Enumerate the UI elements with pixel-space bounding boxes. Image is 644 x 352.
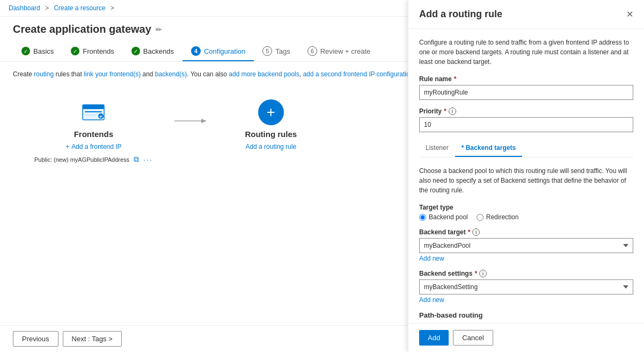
step-configuration[interactable]: 4 Configuration [182, 42, 254, 61]
panel-title: Add a routing rule [419, 9, 502, 20]
rule-name-group: Rule name * [419, 75, 633, 100]
bottom-bar: Previous Next : Tags > [0, 325, 408, 339]
frontends-label: Frontends [74, 130, 113, 139]
backend-target-required: * [468, 228, 471, 236]
copy-icon[interactable]: ⧉ [134, 155, 139, 164]
more-icon[interactable]: ··· [143, 155, 153, 164]
radio-backend-pool-input[interactable] [419, 214, 426, 221]
add-routing-link[interactable]: Add a routing rule [245, 143, 296, 150]
step-configuration-label: Configuration [204, 47, 245, 55]
backend-settings-group: Backend settings * i myBackendSetting Ad… [419, 270, 633, 304]
backend-settings-add-new[interactable]: Add new [419, 296, 633, 304]
backend-settings-required: * [474, 270, 477, 277]
link-add-pools[interactable]: add more backend pools [229, 70, 299, 78]
path-routing-title: Path-based routing [419, 311, 633, 319]
step-tags[interactable]: 5 Tags [254, 42, 298, 61]
backend-targets-desc: Choose a backend pool to which this rout… [419, 166, 633, 195]
priority-group: Priority * i [419, 107, 633, 132]
breadcrumb-sep1: > [45, 4, 49, 12]
svg-rect-2 [85, 111, 102, 112]
priority-label: Priority * i [419, 107, 633, 115]
step-configuration-circle: 4 [191, 46, 201, 56]
priority-input[interactable] [419, 117, 633, 132]
backend-target-info-icon[interactable]: i [472, 228, 480, 236]
step-backends-check: ✓ [131, 47, 140, 55]
panel-tabs: Listener * Backend targets [419, 140, 633, 157]
add-frontend-link[interactable]: + Add a frontend IP [65, 143, 121, 150]
backend-target-label: Backend target * i [419, 228, 633, 236]
panel-description: Configure a routing rule to send traffic… [419, 38, 633, 67]
backend-target-group: Backend target * i myBackendPool Add new [419, 228, 633, 262]
required-marker: * [454, 75, 457, 83]
routing-label: Routing rules [245, 130, 297, 139]
step-tags-circle: 5 [262, 46, 272, 56]
link-backend[interactable]: backend(s) [155, 70, 187, 78]
rule-name-label: Rule name * [419, 75, 633, 83]
backend-settings-info-icon[interactable]: i [479, 270, 487, 277]
step-backends-label: Backends [143, 47, 174, 55]
radio-redirection[interactable]: Redirection [477, 213, 519, 221]
edit-icon[interactable]: ✏ [156, 25, 162, 34]
rule-name-input[interactable] [419, 85, 633, 100]
frontends-section: IP Frontends + Add a frontend IP Public:… [34, 99, 153, 164]
routing-link[interactable]: routing [34, 70, 54, 78]
tab-backend-label: * Backend targets [462, 144, 516, 152]
previous-button[interactable]: Previous [13, 331, 58, 339]
step-frontends-label: Frontends [83, 47, 114, 55]
target-type-group: Target type Backend pool Redirection [419, 204, 633, 221]
radio-redirection-input[interactable] [477, 214, 484, 221]
target-type-label: Target type [419, 204, 633, 211]
frontend-item-label: Public: (new) myAGPublicIPAddress [34, 156, 129, 163]
link-frontend[interactable]: link your frontend(s) [84, 70, 141, 78]
tab-backend-targets[interactable]: * Backend targets [455, 140, 522, 157]
link-second-frontend[interactable]: add a second frontend IP configuration [303, 70, 413, 78]
svg-rect-1 [83, 105, 104, 109]
backend-settings-label: Backend settings * i [419, 270, 633, 277]
frontend-actions: ⧉ ··· [134, 155, 153, 164]
step-basics-label: Basics [33, 47, 54, 55]
step-basics[interactable]: ✓ Basics [13, 42, 62, 61]
priority-info-icon[interactable]: i [449, 107, 456, 115]
tab-listener[interactable]: Listener [419, 140, 455, 157]
panel-header: Add a routing rule ✕ [408, 0, 644, 29]
svg-marker-7 [201, 119, 207, 123]
step-basics-check: ✓ [21, 47, 30, 55]
step-review-circle: 6 [308, 46, 317, 56]
step-frontends-check: ✓ [71, 47, 79, 55]
radio-backend-pool[interactable]: Backend pool [419, 213, 468, 221]
step-tags-label: Tags [275, 47, 290, 55]
next-button[interactable]: Next : Tags > [63, 331, 122, 339]
plus-icon: + [65, 143, 69, 150]
cancel-button[interactable]: Cancel [453, 330, 493, 339]
svg-rect-3 [85, 114, 96, 116]
right-panel: Add a routing rule ✕ Configure a routing… [408, 0, 644, 339]
breadcrumb-sep2: > [111, 4, 114, 12]
plus-large-icon: + [267, 104, 275, 121]
panel-close-button[interactable]: ✕ [626, 9, 633, 19]
frontends-icon: IP [80, 99, 106, 125]
add-button[interactable]: Add [419, 330, 449, 339]
panel-footer: Add Cancel [408, 323, 644, 339]
step-review-label: Review + create [320, 47, 371, 55]
frontend-item: Public: (new) myAGPublicIPAddress ⧉ ··· [34, 155, 153, 164]
target-type-radio-group: Backend pool Redirection [419, 213, 633, 221]
step-backends[interactable]: ✓ Backends [123, 42, 182, 61]
page-title: Create application gateway [13, 23, 151, 35]
add-routing-button[interactable]: + [258, 99, 284, 125]
routing-section: + Routing rules Add a routing rule [228, 99, 314, 150]
step-frontends[interactable]: ✓ Frontends [62, 42, 123, 61]
priority-required: * [444, 107, 447, 115]
backend-target-add-new[interactable]: Add new [419, 255, 633, 262]
panel-body: Configure a routing rule to send traffic… [408, 29, 644, 339]
breadcrumb-dashboard[interactable]: Dashboard [9, 4, 40, 12]
add-frontend-text: Add a frontend IP [71, 143, 121, 150]
backend-settings-select[interactable]: myBackendSetting [419, 279, 633, 294]
connector-arrow [174, 99, 207, 126]
step-review[interactable]: 6 Review + create [299, 42, 379, 61]
backend-target-select[interactable]: myBackendPool [419, 238, 633, 253]
breadcrumb-create-resource[interactable]: Create a resource [54, 4, 105, 12]
svg-text:IP: IP [100, 115, 103, 118]
